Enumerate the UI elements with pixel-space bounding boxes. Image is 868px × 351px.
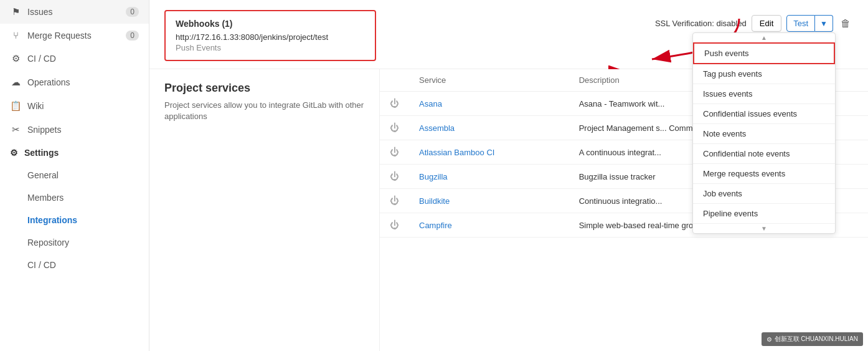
service-link-buildkite[interactable]: Buildkite [419,196,450,206]
services-left-panel: Project services Project services allow … [149,69,380,351]
webhook-area: Webhooks (1) http://172.16.1.33:8080/jen… [149,0,868,69]
power-icon: ⏻ [390,171,399,181]
project-services-description: Project services allow you to integrate … [164,100,364,122]
project-services-title: Project services [164,82,364,95]
dropdown-item-confidential-issues-events[interactable]: Confidential issues events [693,104,835,124]
service-toggle-assembla[interactable]: ⏻ [380,116,409,140]
watermark: ⚙ 创新互联 CHUANXIN.HULIAN [762,332,863,346]
settings-icon: ⚙ [10,148,18,158]
webhook-url: http://172.16.1.33:8080/jenkins/project/… [176,32,365,42]
sidebar-item-repository[interactable]: Repository [0,231,149,254]
dropdown-scroll-up[interactable]: ▲ [693,33,835,42]
cicd-icon: ⚙ [10,53,21,64]
sidebar-item-cicd[interactable]: ⚙ CI / CD [0,47,149,70]
dropdown-item-push-events[interactable]: Push events [693,42,835,64]
service-toggle-asana[interactable]: ⏻ [380,92,409,116]
delete-button[interactable]: 🗑 [838,16,853,32]
service-name-cell-atlassian-bamboo: Atlassian Bamboo CI [409,140,569,165]
watermark-icon: ⚙ [767,336,772,343]
test-dropdown-menu: ▲ Push events Tag push events Issues eve… [692,32,836,234]
service-link-bugzilla[interactable]: Bugzilla [419,172,448,181]
operations-icon: ☁ [10,77,21,88]
service-name-cell-buildkite: Buildkite [409,189,569,213]
test-dropdown-toggle[interactable]: ▼ [815,15,833,32]
edit-button[interactable]: Edit [752,15,781,32]
service-link-campfire[interactable]: Campfire [419,221,452,230]
webhook-title: Webhooks (1) [176,19,365,29]
power-icon: ⏻ [390,122,399,133]
ssl-verification-text: SSL Verification: disabled [655,19,747,28]
power-icon: ⏻ [390,195,399,206]
wiki-icon: 📋 [10,100,21,112]
service-name-cell-campfire: Campfire [409,213,569,238]
sidebar-item-snippets[interactable]: ✂ Snippets [0,118,149,142]
dropdown-item-merge-requests-events[interactable]: Merge requests events [693,164,835,184]
sidebar-item-wiki[interactable]: 📋 Wiki [0,94,149,118]
test-button-group: Test ▼ [786,15,833,32]
sidebar-item-operations[interactable]: ☁ Operations [0,70,149,94]
sidebar-settings-header[interactable]: ⚙ Settings [0,142,149,164]
col-service: Service [409,69,569,92]
sidebar-item-general[interactable]: General [0,164,149,186]
sidebar-item-members[interactable]: Members [0,186,149,209]
sidebar-item-integrations[interactable]: Integrations [0,209,149,231]
service-toggle-bugzilla[interactable]: ⏻ [380,165,409,189]
sidebar-item-merge-requests[interactable]: ⑂ Merge Requests 0 [0,24,149,47]
webhook-events: Push Events [176,43,365,52]
dropdown-item-tag-push-events[interactable]: Tag push events [693,64,835,84]
power-icon: ⏻ [390,147,399,157]
dropdown-item-confidential-note-events[interactable]: Confidential note events [693,144,835,164]
sidebar: ⚑ Issues 0 ⑂ Merge Requests 0 ⚙ CI / CD … [0,0,149,351]
issues-badge: 0 [126,7,139,17]
service-link-atlassian-bamboo[interactable]: Atlassian Bamboo CI [419,148,494,157]
power-icon: ⏻ [390,219,399,230]
service-toggle-buildkite[interactable]: ⏻ [380,189,409,213]
power-icon: ⏻ [390,98,399,108]
webhook-box: Webhooks (1) http://172.16.1.33:8080/jen… [164,10,376,61]
dropdown-scroll-down[interactable]: ▼ [693,224,835,233]
sidebar-item-cicd-settings[interactable]: CI / CD [0,254,149,276]
col-toggle [380,69,409,92]
webhook-actions: SSL Verification: disabled Edit Test ▼ 🗑 [655,15,853,32]
service-link-asana[interactable]: Asana [419,99,442,108]
service-name-cell-assembla: Assembla [409,116,569,140]
dropdown-item-issues-events[interactable]: Issues events [693,84,835,104]
snippets-icon: ✂ [10,124,21,135]
service-link-assembla[interactable]: Assembla [419,123,455,133]
dropdown-item-job-events[interactable]: Job events [693,184,835,204]
sidebar-item-issues[interactable]: ⚑ Issues 0 [0,0,149,24]
delete-icon: 🗑 [841,18,851,29]
test-button[interactable]: Test [786,15,815,32]
issues-icon: ⚑ [10,6,21,17]
service-name-cell-asana: Asana [409,92,569,116]
service-name-cell-bugzilla: Bugzilla [409,165,569,189]
dropdown-item-note-events[interactable]: Note events [693,124,835,144]
service-toggle-campfire[interactable]: ⏻ [380,213,409,238]
service-toggle-atlassian-bamboo[interactable]: ⏻ [380,140,409,165]
merge-requests-badge: 0 [126,31,139,41]
main-content: Webhooks (1) http://172.16.1.33:8080/jen… [149,0,868,351]
merge-icon: ⑂ [10,30,21,41]
dropdown-item-pipeline-events[interactable]: Pipeline events [693,204,835,224]
